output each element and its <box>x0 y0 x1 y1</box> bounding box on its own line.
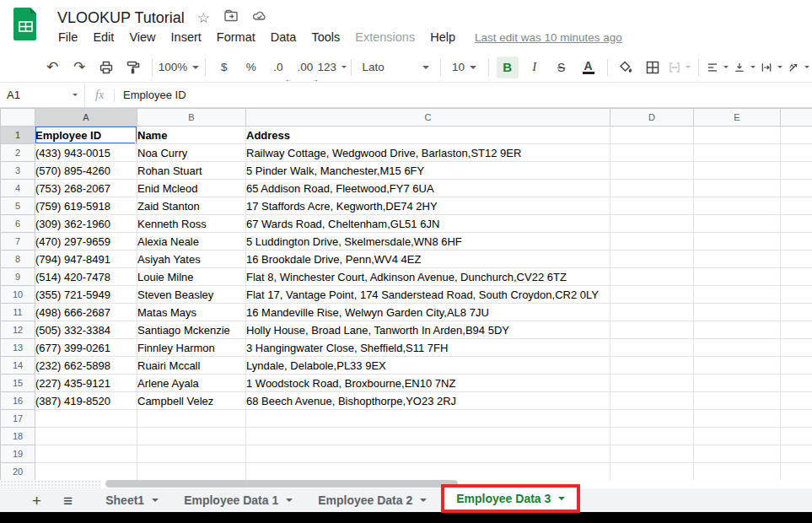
row-header-9[interactable]: 9 <box>1 268 35 286</box>
cell-A20[interactable] <box>35 463 137 481</box>
cell-C15[interactable]: 1 Woodstock Road, Broxbourne,EN10 7NZ <box>246 375 610 392</box>
cell-B11[interactable]: Matas Mays <box>137 304 246 321</box>
select-all-corner[interactable] <box>1 109 35 127</box>
cell-C18[interactable] <box>246 428 610 445</box>
move-to-folder-icon[interactable] <box>223 8 239 27</box>
cell-C1[interactable]: Address <box>246 127 610 144</box>
bold-button[interactable]: B <box>497 57 519 78</box>
menu-data[interactable]: Data <box>263 29 304 46</box>
cell-B12[interactable]: Santiago Mckenzie <box>137 321 246 339</box>
print-button[interactable] <box>95 57 117 78</box>
cell-F4[interactable] <box>781 180 812 197</box>
cell-B7[interactable]: Alexia Neale <box>137 233 246 251</box>
cell-A16[interactable]: (387) 419-8520 <box>35 392 137 410</box>
row-header-7[interactable]: 7 <box>1 233 35 251</box>
cell-D11[interactable] <box>610 304 694 321</box>
increase-decimal-button[interactable]: .00→ <box>294 57 316 78</box>
cell-F17[interactable] <box>781 410 812 428</box>
cell-E16[interactable] <box>694 392 781 410</box>
row-header-6[interactable]: 6 <box>1 215 35 233</box>
cell-E2[interactable] <box>694 144 781 162</box>
document-title[interactable]: VLOOKUP Tutorial <box>57 9 185 27</box>
cell-F18[interactable] <box>781 428 812 445</box>
fill-color-button[interactable] <box>615 57 637 78</box>
row-header-14[interactable]: 14 <box>1 357 35 375</box>
cell-D7[interactable] <box>610 233 694 251</box>
format-currency-button[interactable]: $ <box>213 57 235 78</box>
cell-B20[interactable] <box>137 463 246 481</box>
decrease-decimal-button[interactable]: .0← <box>267 57 289 78</box>
cell-F11[interactable] <box>781 304 812 321</box>
cell-A12[interactable]: (505) 332-3384 <box>35 321 137 339</box>
cell-C10[interactable]: Flat 17, Vantage Point, 174 Sanderstead … <box>246 286 610 304</box>
cell-F20[interactable] <box>781 463 812 481</box>
menu-view[interactable]: View <box>121 29 163 46</box>
column-header-B[interactable]: B <box>137 109 246 127</box>
cell-D12[interactable] <box>610 321 694 339</box>
row-header-19[interactable]: 19 <box>1 445 35 463</box>
cell-E15[interactable] <box>694 375 781 392</box>
cell-B5[interactable]: Zaid Stanton <box>137 197 246 215</box>
cell-A6[interactable]: (309) 362-1960 <box>35 215 137 233</box>
cell-E20[interactable] <box>694 463 781 481</box>
column-header-A[interactable]: A <box>35 109 137 127</box>
menu-format[interactable]: Format <box>209 29 263 46</box>
font-size-select[interactable]: 10 <box>448 57 481 78</box>
cell-C3[interactable]: 5 Pinder Walk, Manchester,M15 6FY <box>246 162 610 180</box>
cell-F6[interactable] <box>781 215 812 233</box>
row-header-11[interactable]: 11 <box>1 304 35 321</box>
cell-F1[interactable] <box>781 127 812 144</box>
name-box[interactable]: A1 <box>0 83 84 107</box>
sheet-tab-employee-data-3[interactable]: Employee Data 3 <box>441 484 580 513</box>
borders-button[interactable] <box>642 57 664 78</box>
cell-C8[interactable]: 16 Brookdale Drive, Penn,WV4 4EZ <box>246 251 610 268</box>
all-sheets-button[interactable]: ≡ <box>63 493 73 509</box>
menu-help[interactable]: Help <box>422 29 463 46</box>
cell-A9[interactable]: (514) 420-7478 <box>35 268 137 286</box>
cell-B10[interactable]: Steven Beasley <box>137 286 246 304</box>
cell-F15[interactable] <box>781 375 812 392</box>
cell-F9[interactable] <box>781 268 812 286</box>
cell-E19[interactable] <box>694 445 781 463</box>
cell-E5[interactable] <box>694 197 781 215</box>
cell-D1[interactable] <box>610 127 694 144</box>
cell-C12[interactable]: Holly House, Broad Lane, Tanworth In Ard… <box>246 321 610 339</box>
cell-A11[interactable]: (498) 666-2687 <box>35 304 137 321</box>
menu-insert[interactable]: Insert <box>164 29 209 46</box>
cell-F19[interactable] <box>781 445 812 463</box>
cell-E6[interactable] <box>694 215 781 233</box>
cell-B13[interactable]: Finnley Harmon <box>137 339 246 357</box>
cell-B9[interactable]: Louie Milne <box>137 268 246 286</box>
undo-button[interactable]: ↶ <box>41 57 63 78</box>
cell-C16[interactable]: 68 Beech Avenue, Bishopthorpe,YO23 2RJ <box>246 392 610 410</box>
cell-C19[interactable] <box>246 445 610 463</box>
cell-A10[interactable]: (355) 721-5949 <box>35 286 137 304</box>
row-header-3[interactable]: 3 <box>1 162 35 180</box>
paint-format-button[interactable] <box>122 57 144 78</box>
sheet-tab-employee-data-2[interactable]: Employee Data 2 <box>307 488 438 512</box>
cell-C14[interactable]: Lyndale, Delabole,PL33 9EX <box>246 357 610 375</box>
cell-B18[interactable] <box>137 428 246 445</box>
cell-A3[interactable]: (570) 895-4260 <box>35 162 137 180</box>
cell-E3[interactable] <box>694 162 781 180</box>
cell-A18[interactable] <box>35 428 137 445</box>
row-header-18[interactable]: 18 <box>1 428 35 445</box>
cell-B3[interactable]: Rohan Stuart <box>137 162 246 180</box>
cell-D16[interactable] <box>610 392 694 410</box>
number-format-menu[interactable]: 123 <box>321 57 343 78</box>
cell-E4[interactable] <box>694 180 781 197</box>
cell-E11[interactable] <box>694 304 781 321</box>
cell-F7[interactable] <box>781 233 812 251</box>
cell-B1[interactable]: Name <box>137 127 246 144</box>
text-wrap-menu[interactable] <box>761 57 782 78</box>
last-edit-status[interactable]: Last edit was 10 minutes ago <box>475 31 622 44</box>
cell-C7[interactable]: 5 Luddington Drive, Skelmersdale,WN8 6HF <box>246 233 610 251</box>
menu-tools[interactable]: Tools <box>304 29 347 46</box>
menu-file[interactable]: File <box>51 29 85 46</box>
format-percent-button[interactable]: % <box>240 57 262 78</box>
cell-A19[interactable] <box>35 445 137 463</box>
cell-A7[interactable]: (470) 297-9659 <box>35 233 137 251</box>
menu-extensions[interactable]: Extensions <box>347 29 422 46</box>
sheet-tab-employee-data-1[interactable]: Employee Data 1 <box>173 488 304 512</box>
formula-input[interactable]: Employee ID <box>115 89 194 101</box>
